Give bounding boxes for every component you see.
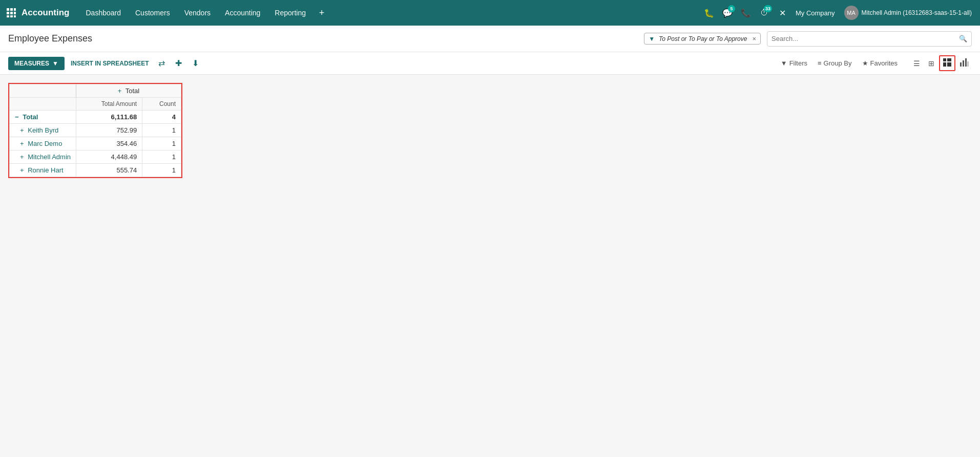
table-row: + Mitchell Admin 4,448.49 1 (10, 150, 181, 164)
pivot-table: + Total Total Amount Count − Total (9, 84, 181, 177)
list-view-icon: ☰ (913, 59, 920, 68)
pivot-subheader-row: Total Amount Count (10, 98, 181, 111)
active-filter-tag[interactable]: ▼ To Post or To Pay or To Approve × (644, 33, 761, 45)
svg-rect-4 (10, 12, 13, 14)
amount-ronnie: 555.74 (76, 164, 142, 177)
groupby-button[interactable]: ≡ Group By (814, 57, 856, 69)
filters-button[interactable]: ▼ Filters (777, 57, 811, 69)
amount-keith: 752.99 (76, 124, 142, 137)
user-label: Mitchell Admin (16312683-saas-15-1-all) (862, 9, 972, 16)
svg-rect-11 (943, 62, 946, 67)
favorites-button[interactable]: ★ Favorites (858, 57, 902, 69)
chart-view-icon (960, 58, 968, 68)
main-content: + Total Total Amount Count − Total (0, 75, 980, 188)
row-expand-keith[interactable]: + (20, 126, 24, 134)
svg-rect-13 (960, 62, 962, 67)
svg-rect-14 (963, 60, 964, 67)
debug-icon[interactable]: 🐛 (701, 5, 717, 20)
status-icons: 🐛 💬 5 📞 ⏱ 33 ✕ (701, 5, 790, 20)
filter-tag-label: To Post or To Pay or To Approve (659, 35, 747, 42)
company-label: My Company (796, 9, 835, 17)
add-row-icon[interactable]: ✚ (172, 56, 185, 70)
measures-label: MEASURES (14, 60, 49, 67)
add-menu-icon[interactable]: + (314, 5, 329, 20)
row-label-ronnie: + Ronnie Hart (10, 164, 76, 177)
svg-rect-3 (7, 12, 9, 14)
measures-dropdown-icon: ▼ (52, 60, 58, 67)
search-box[interactable]: 🔍 (767, 31, 972, 47)
row-label-marc: + Marc Demo (10, 137, 76, 150)
settings-icon[interactable]: ✕ (775, 5, 790, 20)
amount-marc: 354.46 (76, 137, 142, 150)
pivot-view-icon (943, 58, 951, 68)
company-selector[interactable]: My Company (791, 9, 839, 17)
count-keith: 1 (142, 124, 181, 137)
user-menu[interactable]: MA Mitchell Admin (16312683-saas-15-1-al… (840, 6, 976, 20)
kanban-view-icon: ⊞ (928, 59, 934, 68)
filter-close-button[interactable]: × (752, 35, 756, 42)
count-ronnie: 1 (142, 164, 181, 177)
row-expand-marc[interactable]: + (20, 140, 24, 147)
filter-controls: ▼ Filters ≡ Group By ★ Favorites (777, 57, 902, 69)
nav-reporting[interactable]: Reporting (267, 0, 313, 26)
col-header-expand-icon[interactable]: + (118, 87, 122, 95)
svg-rect-12 (947, 62, 951, 67)
table-row: + Ronnie Hart 555.74 1 (10, 164, 181, 177)
svg-rect-10 (947, 58, 951, 61)
chat-icon[interactable]: 💬 5 (720, 5, 735, 20)
svg-rect-2 (14, 8, 16, 11)
main-menu: Dashboard Customers Vendors Accounting R… (79, 0, 314, 26)
svg-rect-7 (10, 15, 13, 17)
row-expand-ronnie[interactable]: + (20, 166, 24, 174)
grid-menu-icon[interactable] (4, 6, 18, 20)
search-input[interactable] (772, 35, 959, 42)
count-marc: 1 (142, 137, 181, 150)
kanban-view-button[interactable]: ⊞ (925, 57, 938, 70)
star-icon: ★ (862, 59, 868, 67)
top-navigation: Accounting Dashboard Customers Vendors A… (0, 0, 980, 26)
app-brand: Accounting (22, 8, 70, 18)
total-collapse-icon[interactable]: − (15, 113, 19, 121)
favorites-label: Favorites (870, 59, 898, 67)
svg-rect-16 (968, 61, 968, 67)
svg-rect-9 (943, 58, 946, 61)
insert-spreadsheet-button[interactable]: INSERT IN SPREADSHEET (69, 57, 151, 70)
row-label-mitchell: + Mitchell Admin (10, 150, 76, 164)
swap-icon[interactable]: ⇄ (155, 56, 168, 70)
measures-button[interactable]: MEASURES ▼ (8, 57, 65, 70)
nav-dashboard[interactable]: Dashboard (79, 0, 129, 26)
svg-rect-1 (10, 8, 13, 11)
count-mitchell: 1 (142, 150, 181, 164)
groupby-lines-icon: ≡ (818, 59, 822, 67)
nav-customers[interactable]: Customers (128, 0, 177, 26)
avatar: MA (844, 6, 859, 20)
insert-label: INSERT IN SPREADSHEET (71, 60, 149, 67)
list-view-button[interactable]: ☰ (910, 57, 924, 70)
svg-rect-0 (7, 8, 9, 11)
pivot-total-row: − Total 6,111.68 4 (10, 111, 181, 124)
download-icon[interactable]: ⬇ (189, 56, 202, 70)
svg-rect-6 (7, 15, 9, 17)
svg-rect-5 (14, 12, 16, 14)
filters-label: Filters (789, 59, 807, 67)
row-label-keith: + Keith Byrd (10, 124, 76, 137)
search-icon[interactable]: 🔍 (959, 35, 967, 42)
nav-accounting[interactable]: Accounting (218, 0, 267, 26)
row-expand-mitchell[interactable]: + (20, 153, 24, 161)
subheader-count: Count (142, 98, 181, 111)
nav-vendors[interactable]: Vendors (177, 0, 218, 26)
pivot-header-row: + Total (10, 84, 181, 98)
total-amount-cell: 6,111.68 (76, 111, 142, 124)
phone-icon[interactable]: 📞 (738, 5, 754, 20)
pivot-col-header: + Total (76, 84, 181, 98)
table-row: + Keith Byrd 752.99 1 (10, 124, 181, 137)
pivot-view-button[interactable] (939, 55, 955, 71)
amount-mitchell: 4,448.49 (76, 150, 142, 164)
page-header: Employee Expenses ▼ To Post or To Pay or… (0, 26, 980, 52)
chat-badge: 5 (728, 5, 735, 12)
view-switcher: ☰ ⊞ (910, 55, 972, 71)
chart-view-button[interactable] (956, 56, 972, 71)
svg-rect-8 (14, 15, 16, 17)
activity-icon[interactable]: ⏱ 33 (757, 5, 772, 20)
page-title: Employee Expenses (8, 33, 92, 44)
